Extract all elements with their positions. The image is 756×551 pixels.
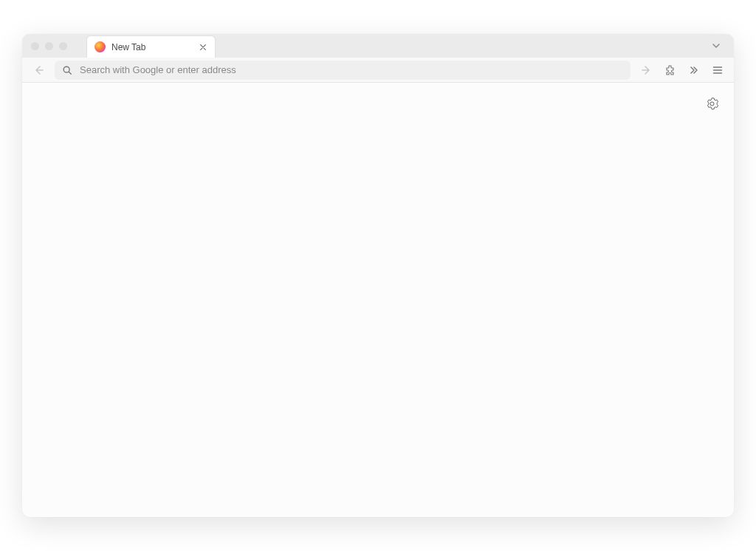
arrow-right-icon bbox=[641, 64, 653, 76]
firefox-favicon-icon bbox=[94, 41, 106, 52]
forward-button[interactable] bbox=[636, 60, 657, 81]
browser-tab[interactable]: New Tab bbox=[86, 35, 216, 58]
gear-icon bbox=[706, 97, 718, 110]
search-icon bbox=[62, 65, 72, 75]
overflow-button[interactable] bbox=[684, 60, 704, 81]
url-bar[interactable] bbox=[55, 61, 630, 80]
navigation-toolbar bbox=[22, 58, 734, 83]
window-controls bbox=[22, 42, 67, 50]
window-minimize-button[interactable] bbox=[45, 42, 53, 50]
window-close-button[interactable] bbox=[31, 42, 39, 50]
tab-title: New Tab bbox=[111, 42, 191, 52]
address-input[interactable] bbox=[80, 64, 623, 75]
list-all-tabs-button[interactable] bbox=[709, 38, 724, 53]
extensions-button[interactable] bbox=[660, 60, 681, 81]
back-button[interactable] bbox=[28, 60, 49, 81]
browser-window: New Tab bbox=[22, 34, 734, 517]
window-maximize-button[interactable] bbox=[59, 42, 67, 50]
chevron-down-icon bbox=[712, 41, 721, 50]
page-content bbox=[22, 83, 734, 517]
extension-icon bbox=[664, 64, 676, 76]
newtab-settings-button[interactable] bbox=[703, 95, 721, 112]
chevron-double-right-icon bbox=[688, 64, 700, 76]
hamburger-icon bbox=[712, 64, 724, 76]
tab-bar: New Tab bbox=[22, 34, 734, 58]
app-menu-button[interactable] bbox=[707, 60, 728, 81]
tab-close-button[interactable] bbox=[197, 41, 209, 53]
close-icon bbox=[199, 44, 207, 51]
arrow-left-icon bbox=[32, 64, 44, 76]
